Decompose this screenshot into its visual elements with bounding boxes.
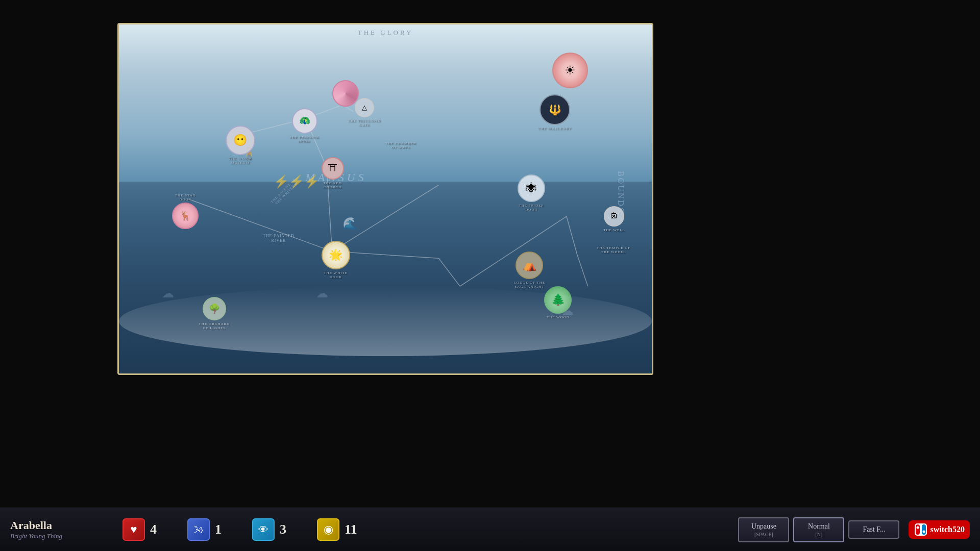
reason-symbol: 👁 [258, 524, 268, 536]
temple-wheel-label: THE TEMPLE OFTHE WHEEL [597, 246, 630, 254]
resource-funds-group: ◉ 11 [317, 518, 357, 541]
normal-label: Normal [808, 522, 830, 531]
game-container: THE GLORY ☀ MANSUS BOUNDS 🧍 🌊 ☁ ☁ ☁ ⚡⚡⚡ … [0, 0, 980, 551]
switch-username: switch520 [930, 525, 965, 534]
svg-point-16 [923, 531, 925, 533]
resource-health-group: ♥ 4 [122, 518, 157, 541]
location-temple-wheel[interactable]: THE TEMPLE OFTHE WHEEL [597, 244, 630, 255]
map-area[interactable]: THE GLORY ☀ MANSUS BOUNDS 🧍 🌊 ☁ ☁ ☁ ⚡⚡⚡ … [117, 23, 653, 375]
unpause-label: Unpause [751, 522, 776, 531]
hud-buttons: Unpause [SPACE] Normal [N] Fast F... [738, 517, 970, 542]
red-church-icon: ⛩ [322, 157, 344, 180]
player-title: Bright Young Thing [10, 532, 102, 540]
bottom-hud: Arabella Bright Young Thing ♥ 4 🌬 1 👁 3 [0, 508, 980, 551]
peacock-door-icon: 🦚 [292, 108, 317, 134]
location-peacock-door[interactable]: 🦚 THE PEACOCKDOOR [289, 108, 320, 143]
lodge-icon: ⛺ [516, 252, 543, 279]
location-spider-door[interactable]: 🕷 THE SPIDERDOOR [518, 174, 545, 212]
location-stag-door[interactable]: THE STAGDOOR 🦌 [172, 192, 199, 229]
svg-line-11 [577, 255, 588, 286]
spider-door-label: THE SPIDERDOOR [519, 204, 544, 212]
normal-speed-button[interactable]: Normal [N] [793, 517, 844, 542]
svg-line-8 [438, 258, 460, 286]
svg-point-15 [917, 527, 919, 529]
tricuspid-gate-label: THE TRICUSPIDGATE [348, 119, 381, 127]
figure-decoration-4: ☁ [162, 286, 174, 300]
passion-symbol: 🌬 [194, 524, 203, 535]
svg-line-10 [567, 216, 577, 255]
player-info: Arabella Bright Young Thing [10, 519, 102, 540]
health-icon: ♥ [122, 518, 145, 541]
fast-forward-button[interactable]: Fast F... [848, 520, 899, 539]
peacock-door-label: THE PEACOCKDOOR [289, 135, 320, 143]
map-clouds [119, 286, 652, 356]
location-lodge-sage-knight[interactable]: ⛺ LODGE OF THESAGE KNIGHT [514, 252, 546, 289]
painted-river-label: THE PAINTEDRIVER [263, 234, 295, 243]
location-red-church[interactable]: ⛩ THE REDCHURCH [322, 157, 344, 189]
normal-shortcut: [N] [815, 532, 822, 537]
passion-count: 1 [215, 522, 222, 537]
white-door-icon: 🌟 [322, 241, 350, 269]
unpause-shortcut: [SPACE] [754, 532, 773, 537]
white-door-label: THE WHITEDOOR [324, 271, 348, 279]
svg-line-9 [460, 216, 567, 286]
unpause-button[interactable]: Unpause [SPACE] [738, 517, 789, 542]
worm-museum-icon: 😶 [226, 126, 255, 155]
location-malleary[interactable]: 🔱 THE MALLEARY [538, 94, 572, 131]
svg-rect-14 [922, 524, 926, 535]
resource-passion-group: 🌬 1 [187, 518, 222, 541]
red-church-label: THE REDCHURCH [324, 181, 342, 189]
health-count: 4 [150, 522, 157, 537]
location-white-door[interactable]: 🌟 THE WHITEDOOR [322, 241, 350, 279]
location-worm-museum[interactable]: 😶 THE WORMMUSEUM [226, 126, 255, 165]
stag-door-icon: 🦌 [172, 203, 199, 229]
switch-badge: switch520 [909, 520, 970, 539]
location-tricuspid-gate[interactable]: △ THE TRICUSPIDGATE [348, 98, 381, 127]
figure-decoration-2: 🌊 [342, 216, 358, 231]
malleary-label: THE MALLEARY [538, 127, 572, 131]
spider-door-icon: 🕷 [518, 174, 545, 202]
chamber-ways-label: THE CHAMBEROF WAYS [385, 141, 416, 149]
fast-forward-label: Fast F... [863, 525, 885, 534]
funds-icon: ◉ [317, 518, 339, 541]
glory-title: THE GLORY [358, 29, 413, 37]
passion-icon: 🌬 [187, 518, 210, 541]
well-icon: 🏚 [604, 206, 624, 227]
tricuspid-gate-icon: △ [355, 98, 374, 117]
worm-museum-label: THE WORMMUSEUM [229, 157, 252, 165]
player-name: Arabella [10, 519, 102, 532]
resource-reason-group: 👁 3 [252, 518, 286, 541]
funds-symbol: ◉ [324, 523, 333, 536]
funds-count: 11 [345, 522, 357, 537]
svg-line-5 [188, 199, 332, 252]
well-label: THE WELL [603, 228, 625, 232]
switch-logo-icon [914, 522, 928, 537]
reason-icon: 👁 [252, 518, 275, 541]
lodge-label: LODGE OF THESAGE KNIGHT [514, 281, 546, 289]
location-the-well[interactable]: 🏚 THE WELL [603, 206, 625, 232]
svg-rect-13 [916, 524, 920, 535]
stag-door-top-label: THE STAGDOOR [175, 193, 196, 202]
health-symbol: ♥ [130, 523, 137, 536]
location-chamber-ways[interactable]: THE CHAMBEROF WAYS [385, 140, 416, 151]
malleary-icon: 🔱 [540, 94, 570, 125]
sun-symbol: ☀ [552, 53, 588, 88]
reason-count: 3 [280, 522, 286, 537]
